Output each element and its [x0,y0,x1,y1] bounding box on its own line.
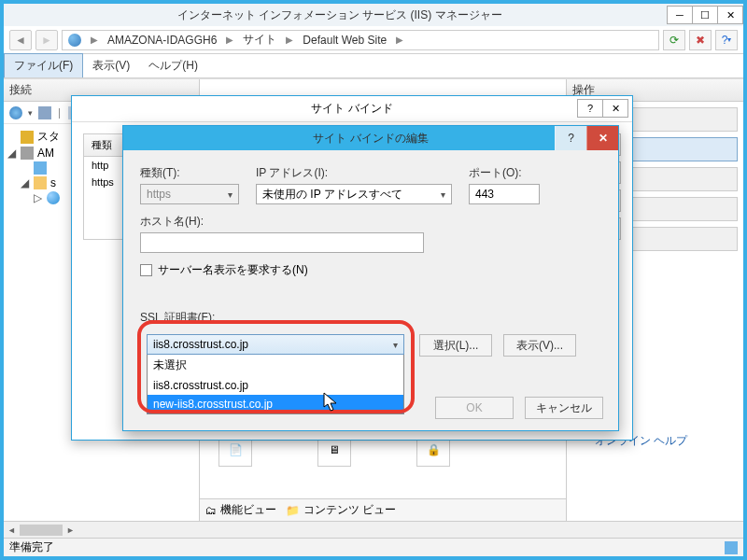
cert-select-button[interactable]: 選択(L)... [419,334,492,357]
ssl-option[interactable]: iis8.crosstrust.co.jp [148,376,403,395]
host-input[interactable] [140,232,424,253]
feature-icons: 📄 🖥 🔒 [209,433,459,489]
doc-check-icon: 📄 [229,443,243,456]
ssl-option-selected[interactable]: new-iis8.crosstrust.co.jp [148,395,403,413]
tree-sites[interactable]: s [50,176,56,189]
refresh-button[interactable]: ⟳ [663,30,685,50]
ok-button[interactable]: OK [435,397,514,419]
dlg2-title: サイト バインドの編集 [313,131,428,147]
table-row[interactable]: https [84,174,122,190]
ssl-cert-label: SSL 証明書(F): [140,311,215,324]
forward-button[interactable]: ► [35,30,58,50]
port-label: ポート(O): [469,165,540,181]
menu-help[interactable]: ヘルプ(H) [139,54,207,77]
checkbox-icon [140,264,152,276]
feature-item[interactable]: 📄 [209,433,261,489]
port-input[interactable]: 443 [469,184,540,204]
ssl-cert-dropdown[interactable]: 未選択 iis8.crosstrust.co.jp new-iis8.cross… [147,355,404,414]
titlebar: インターネット インフォメーション サービス (IIS) マネージャー ─ ☐ … [4,4,743,26]
connect-icon[interactable] [9,106,22,119]
dlg2-close-button[interactable]: ✕ [586,126,618,150]
site-icon [47,191,60,204]
start-page-icon [21,131,34,144]
save-icon[interactable] [38,106,51,119]
server-cert-icon: 🖥 [329,443,340,456]
table-row[interactable]: http [84,157,117,174]
sni-checkbox[interactable]: サーバー名表示を要求する(N) [140,262,601,278]
minimize-button[interactable]: ─ [667,6,693,24]
type-label: 種類(T): [140,165,239,181]
maximize-button[interactable]: ☐ [692,6,718,24]
server-icon [21,147,34,160]
breadcrumb[interactable]: ▶ AMAZONA-IDAGGH6 ▶ サイト ▶ Default Web Si… [62,30,659,50]
menu-file[interactable]: ファイル(F) [4,53,83,77]
crumb-site[interactable]: Default Web Site [303,34,387,47]
toolbar-help-button[interactable]: ?▾ [715,30,738,50]
cancel-button[interactable]: キャンセル [525,397,603,419]
app-pools-icon [34,161,47,175]
host-label: ホスト名(H): [140,214,424,230]
type-select: https▾ [140,184,239,204]
feature-item[interactable]: 🔒 [407,433,459,489]
features-view-tab[interactable]: 🗂機能ビュー [205,502,276,518]
tree-start[interactable]: スタ [37,129,60,145]
menubar: ファイル(F) 表示(V) ヘルプ(H) [4,54,743,78]
sites-folder-icon [34,176,47,189]
back-button[interactable]: ◄ [9,30,32,50]
crumb-server[interactable]: AMAZONA-IDAGGH6 [107,34,217,47]
dlg1-title: サイト バインド [311,101,392,117]
status-text: 準備完了 [9,539,54,555]
stop-button[interactable]: ✖ [689,30,712,50]
globe-icon [68,34,81,47]
sni-label: サーバー名表示を要求する(N) [158,262,308,278]
menu-view[interactable]: 表示(V) [83,54,139,77]
ssl-cert-select[interactable]: iis8.crosstrust.co.jp▾ [147,334,404,355]
ip-label: IP アドレス(I): [256,165,452,181]
app-title: インターネット インフォメーション サービス (IIS) マネージャー [11,7,668,23]
ssl-option[interactable]: 未選択 [148,355,403,376]
crumb-sites[interactable]: サイト [243,32,276,48]
dlg1-close-button[interactable]: ✕ [602,99,628,118]
tree-server[interactable]: AM [37,147,54,160]
dlg1-help-button[interactable]: ? [577,99,603,118]
feature-item[interactable]: 🖥 [308,433,360,489]
address-toolbar: ◄ ► ▶ AMAZONA-IDAGGH6 ▶ サイト ▶ Default We… [4,26,743,54]
close-button[interactable]: ✕ [717,6,743,24]
content-view-tab[interactable]: 📁コンテンツ ビュー [286,502,396,518]
h-scrollbar[interactable]: ◄ ► [4,521,743,538]
cert-view-button[interactable]: 表示(V)... [503,334,576,357]
dlg2-help-button[interactable]: ? [555,126,586,150]
status-icon [725,541,738,554]
ip-select[interactable]: 未使用の IP アドレスすべて▾ [256,184,452,204]
lock-icon: 🔒 [427,443,441,456]
